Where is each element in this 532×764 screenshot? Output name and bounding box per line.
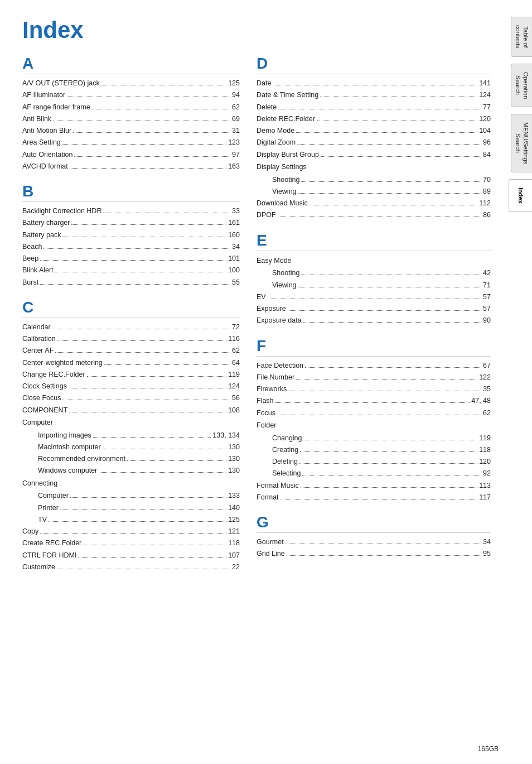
section-G-entries: Gourmet 34 Grid Line 95 [257,536,491,560]
index-sub-entry: Importing images 133, 134 [22,430,240,441]
index-entry: File Number 122 [257,372,491,383]
section-B-entries: Backlight Correction HDR 33 Battery char… [22,205,240,289]
section-D: D [257,55,491,74]
index-entry: Delete REC.Folder 120 [257,113,491,125]
index-entry: Battery pack 160 [22,229,240,241]
index-entry: Format 117 [257,492,491,503]
index-sub-entry: Shooting 70 [257,174,491,186]
index-sub-entry: Creating 118 [257,444,491,456]
index-entry: Display Burst Group 84 [257,149,491,161]
section-E: E [257,232,491,251]
index-entry: Center AF 62 [22,345,240,357]
section-D-entries: Date 141 Date & Time Setting 124 Delete … [257,78,491,222]
page-number: 165GB [478,745,499,753]
index-entry: AF Illuminator 94 [22,89,240,101]
left-column: A A/V OUT (STEREO) jack 125 AF Illuminat… [22,55,240,573]
right-column: D Date 141 Date & Time Setting 124 Delet… [257,55,491,573]
tab-toc[interactable]: Table ofcontents [511,17,532,57]
index-parent-entry: Computer [22,416,240,430]
section-C-entries: Calendar 72 Calibration 116 Center AF 62… [22,321,240,573]
index-entry: Backlight Correction HDR 33 [22,205,240,217]
index-sub-entry: Shooting 42 [257,267,491,279]
index-entry: AVCHD format 163 [22,161,240,172]
section-E-entries: Easy Mode Shooting 42 Viewing 71 EV 57 E… [257,254,491,327]
index-entry: Format Music 113 [257,480,491,492]
index-parent-entry: Easy Mode [257,254,491,268]
index-sub-entry: Printer 140 [22,502,240,514]
index-sub-entry: Windows computer 130 [22,465,240,477]
index-entry: EV 57 [257,291,491,303]
section-B: B [22,182,240,202]
index-entry: Delete 77 [257,102,491,113]
index-entry: Battery charger 161 [22,217,240,229]
index-entry: Close Focus 56 [22,392,240,404]
index-entry: Flash 47, 48 [257,395,491,407]
index-entry: Create REC.Folder 118 [22,537,240,549]
index-entry: Digital Zoom 96 [257,137,491,148]
index-sub-entry: Recommended environment 130 [22,453,240,465]
tab-index[interactable]: Index [509,179,532,212]
page-container: Index A A/V OUT (STEREO) jack 125 AF Ill… [0,0,502,595]
section-A: A [22,55,240,74]
index-entry: Face Detection 67 [257,360,491,372]
index-parent-entry: Display Settings [257,161,491,174]
section-G: G [257,513,491,533]
index-entry: COMPONENT 108 [22,405,240,416]
index-entry: Anti Motion Blur 31 [22,125,240,137]
section-F: F [257,337,491,357]
index-entry: Gourmet 34 [257,536,491,548]
tab-menu-search[interactable]: MENU/SettingsSearch [511,114,532,172]
index-entry: Beep 101 [22,253,240,265]
index-sub-entry: TV 125 [22,514,240,526]
index-entry: Demo Mode 104 [257,125,491,137]
index-sub-entry: Deleting 120 [257,456,491,468]
index-entry: Clock Settings 124 [22,381,240,392]
index-entry: Date & Time Setting 124 [257,89,491,101]
index-entry: Center-weighted metering 64 [22,357,240,369]
index-entry: Auto Orientation 97 [22,149,240,161]
index-entry: Focus 62 [257,407,491,419]
index-sub-entry: Macintosh computer 130 [22,441,240,453]
index-sub-entry: Changing 119 [257,433,491,444]
index-entry: Calendar 72 [22,321,240,333]
sidebar-tabs: Table ofcontents OperationSearch MENU/Se… [503,0,532,764]
index-entry: Download Music 112 [257,198,491,209]
section-A-entries: A/V OUT (STEREO) jack 125 AF Illuminator… [22,78,240,172]
two-column-layout: A A/V OUT (STEREO) jack 125 AF Illuminat… [22,55,491,573]
index-entry: Date 141 [257,78,491,89]
index-entry: DPOF 86 [257,209,491,221]
index-entry: Fireworks 35 [257,383,491,395]
index-entry: Exposure 57 [257,303,491,315]
index-entry: Calibration 116 [22,333,240,345]
index-entry: Burst 55 [22,277,240,289]
index-entry: Grid Line 95 [257,548,491,560]
index-sub-entry: Computer 133 [22,490,240,502]
index-entry: Change REC.Folder 119 [22,369,240,381]
index-entry: A/V OUT (STEREO) jack 125 [22,78,240,89]
index-sub-entry: Viewing 71 [257,280,491,291]
section-F-entries: Face Detection 67 File Number 122 Firewo… [257,360,491,504]
tab-operation-search[interactable]: OperationSearch [511,64,532,107]
index-entry: AF range finder frame 62 [22,102,240,113]
index-entry: Anti Blink 69 [22,113,240,125]
index-entry: Blink Alert 100 [22,265,240,276]
section-C: C [22,299,240,318]
index-entry: Copy 121 [22,526,240,537]
index-entry: Customize 22 [22,561,240,573]
index-entry: CTRL FOR HDMI 107 [22,550,240,561]
index-entry: Exposure data 90 [257,315,491,326]
index-entry: Area Setting 123 [22,137,240,148]
index-sub-entry: Viewing 89 [257,186,491,198]
page-title: Index [22,17,491,44]
index-sub-entry: Selecting 92 [257,468,491,479]
index-parent-entry: Connecting [22,477,240,491]
index-entry: Beach 34 [22,241,240,253]
index-parent-entry: Folder [257,419,491,433]
